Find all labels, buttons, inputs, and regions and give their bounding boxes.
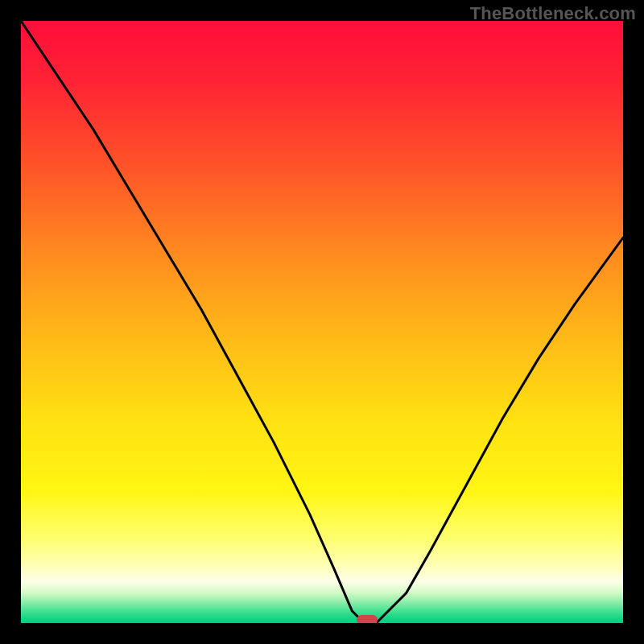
gradient-background <box>21 21 623 623</box>
chart-svg <box>21 21 623 623</box>
watermark-text: TheBottleneck.com <box>470 3 636 24</box>
chart-frame: TheBottleneck.com <box>0 0 644 644</box>
optimal-marker <box>357 615 378 623</box>
plot-area <box>21 21 623 623</box>
